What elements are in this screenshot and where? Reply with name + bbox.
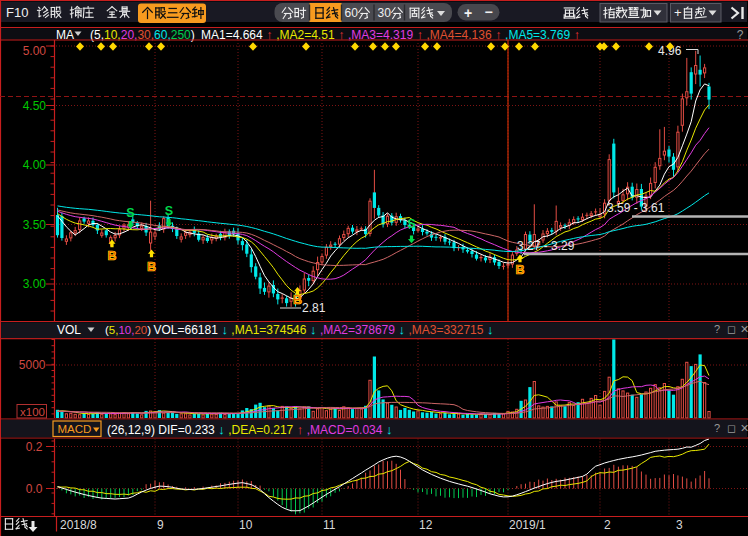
svg-text:12: 12	[419, 518, 433, 532]
svg-text:B: B	[147, 260, 156, 274]
svg-text:30: 30	[378, 6, 392, 20]
svg-text:3.27 - 3.29: 3.27 - 3.29	[517, 239, 575, 253]
svg-text:MA1=4.664 ↑ ,MA2=4.51 ↑ ,MA3=4: MA1=4.664 ↑ ,MA2=4.51 ↑ ,MA3=4.319 ↑ ,MA…	[201, 27, 580, 42]
svg-text:S: S	[407, 217, 415, 231]
svg-text:VOL: VOL	[57, 323, 81, 337]
svg-text:2019/1: 2019/1	[509, 518, 546, 532]
svg-text:VOL=66181 ↓ ,MA1=374546 ↓ ,MA2: VOL=66181 ↓ ,MA1=374546 ↓ ,MA2=378679 ↓ …	[154, 322, 494, 337]
svg-text:+: +	[464, 5, 472, 21]
svg-text:B: B	[107, 249, 116, 263]
svg-text:B: B	[293, 293, 302, 307]
svg-text:?: ?	[714, 422, 720, 434]
svg-text:?: ?	[714, 323, 720, 335]
svg-text:3.50: 3.50	[23, 218, 47, 232]
svg-text:◻: ◻	[727, 422, 736, 434]
svg-text:(26,12,9) DIF=0.233 ↓ ,DEA=0.: (26,12,9) DIF=0.233 ↓ ,DEA=0.217 ↑ ,MACD…	[107, 422, 393, 437]
svg-text:B: B	[515, 263, 524, 277]
svg-text:2.81: 2.81	[302, 301, 326, 315]
svg-text:2018/8: 2018/8	[60, 518, 97, 532]
svg-text:3.59 - 3.61: 3.59 - 3.61	[607, 201, 665, 215]
svg-text:S: S	[126, 206, 134, 220]
svg-text:4.00: 4.00	[23, 158, 47, 172]
svg-text:5000: 5000	[19, 358, 46, 372]
svg-text:0.2: 0.2	[26, 440, 43, 454]
svg-text:3.00: 3.00	[23, 277, 47, 291]
svg-text:x100: x100	[20, 406, 45, 418]
svg-text:3: 3	[676, 518, 683, 532]
svg-text:◻: ◻	[727, 323, 736, 335]
svg-text:5.00: 5.00	[23, 44, 47, 58]
svg-text:✕: ✕	[740, 422, 748, 434]
svg-text:60: 60	[345, 6, 359, 20]
svg-text:(5,10,20): (5,10,20)	[105, 324, 151, 336]
svg-text:✕: ✕	[740, 323, 748, 335]
svg-text:MACD: MACD	[58, 423, 92, 435]
svg-text:−: −	[484, 4, 492, 20]
svg-text:+: +	[674, 5, 682, 20]
svg-text:0.0: 0.0	[26, 482, 43, 496]
svg-text:2: 2	[604, 518, 611, 532]
svg-text:10: 10	[239, 518, 253, 532]
svg-text:F10: F10	[6, 5, 28, 20]
svg-text:9: 9	[157, 518, 164, 532]
svg-text:11: 11	[323, 518, 336, 532]
svg-text:4.50: 4.50	[23, 99, 47, 113]
svg-text:S: S	[165, 204, 173, 218]
